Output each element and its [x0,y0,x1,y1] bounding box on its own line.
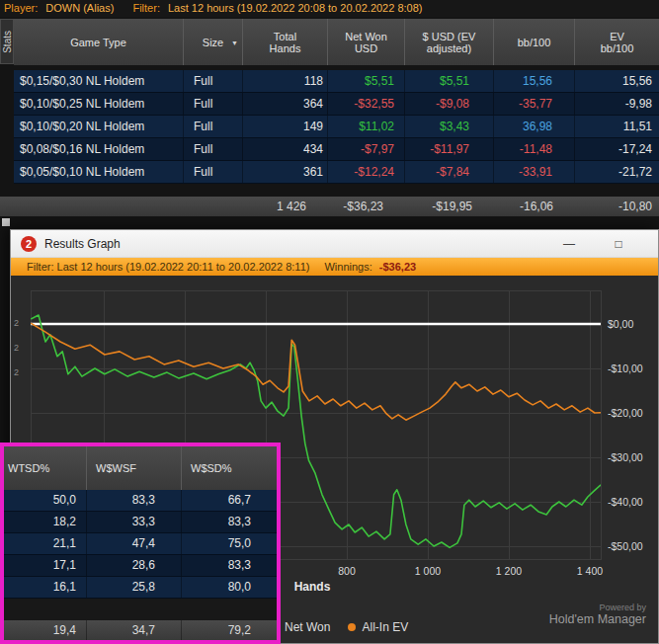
cell-total-hands: 361 [243,161,328,183]
totals-wwsf: 34,7 [87,620,182,640]
cell-wwsf: 33,3 [87,512,182,532]
cell-wtsd: 17,1 [4,555,87,576]
axis-fragment: 2 [14,318,19,328]
highlight-annotation-box: WTSD% W$WSF W$SD% 50,0 83,3 66,7 18,2 33… [0,443,281,644]
maximize-button[interactable]: □ [602,234,635,254]
allin-ev-legend-dot-icon [348,623,356,631]
svg-text:-$10,00: -$10,00 [608,362,643,374]
cell-net-won: -$7,97 [328,138,405,160]
cell-usd-ev: -$11,97 [405,138,494,160]
cell-wwsf: 83,3 [87,490,182,511]
column-header-total-hands[interactable]: Total Hands [243,19,328,65]
highlight-row[interactable]: 50,0 83,3 66,7 [4,490,277,512]
highlight-row[interactable]: 17,1 28,6 83,3 [4,555,277,577]
highlight-row[interactable]: 21,1 47,4 75,0 [4,533,277,555]
graph-filter-label: Filter: [27,261,54,273]
column-header-wtsd[interactable]: WTSD% [4,446,87,490]
totals-ev-bb100: -10,80 [575,197,659,216]
column-header-wwsf[interactable]: W$WSF [87,446,182,490]
svg-text:1 400: 1 400 [577,565,603,577]
totals-bb100: -16,06 [494,197,575,216]
column-header-ev-bb100[interactable]: EV bb/100 [575,19,659,65]
svg-text:-$50,00: -$50,00 [608,540,643,552]
highlight-totals-row: 19,4 34,7 79,2 [4,620,277,640]
cell-size: Full [184,161,243,183]
svg-text:-$20,00: -$20,00 [608,407,643,419]
cell-total-hands: 364 [243,93,328,115]
cell-wsd: 83,3 [182,512,277,532]
cell-bb100: 36,98 [494,116,575,137]
cell-bb100: -33,91 [494,161,575,183]
cell-ev-bb100: 11,51 [575,116,659,137]
column-header-bb100[interactable]: bb/100 [494,19,575,65]
window-titlebar[interactable]: 2 Results Graph — □ [11,230,658,258]
graph-filter-value: Last 12 hours (19.02.2022 20:11 to 20.02… [57,261,310,273]
totals-wtsd: 19,4 [4,620,87,640]
filter-label: Filter: [132,2,160,14]
scrollbar-thumb[interactable] [2,218,10,226]
cell-usd-ev: $3,43 [405,116,494,137]
column-header-size-label: Size [203,37,223,48]
stats-tab-label: Stats [2,31,13,53]
report-row[interactable]: $0,15/$0,30 NL Holdem Full 118 $5,51 $5,… [14,70,659,93]
cell-wtsd: 21,1 [4,533,87,554]
powered-by-block: Powered by Hold'em Manager [549,603,646,626]
column-header-wsd[interactable]: W$SD% [182,446,277,490]
column-header-usd-ev[interactable]: $ USD (EV adjusted) [405,19,494,65]
cell-wtsd: 16,1 [4,577,87,598]
highlight-table-gap [4,599,277,620]
axis-fragment: 2 [14,367,19,377]
legend-label: Net Won [285,620,330,634]
cell-usd-ev: -$7,84 [405,161,494,183]
report-row[interactable]: $0,08/$0,16 NL Holdem Full 434 -$7,97 -$… [14,138,659,161]
cell-game-type: $0,15/$0,30 NL Holdem [14,70,184,92]
stats-tab[interactable]: Stats [0,19,14,64]
highlight-row[interactable]: 16,1 25,8 80,0 [4,577,277,599]
cell-wsd: 80,0 [182,577,277,598]
report-table-body: $0,15/$0,30 NL Holdem Full 118 $5,51 $5,… [14,70,659,184]
cell-total-hands: 118 [243,70,328,92]
cell-size: Full [184,70,243,92]
cell-bb100: -35,77 [494,93,575,115]
hm2-logo-icon: 2 [21,236,37,252]
cell-total-hands: 149 [243,116,328,137]
cell-ev-bb100: -21,72 [575,161,659,183]
cell-size: Full [184,93,243,115]
cell-total-hands: 434 [243,138,328,160]
player-value[interactable]: DOWN (Alias) [45,2,114,14]
cell-game-type: $0,08/$0,16 NL Holdem [14,138,184,160]
report-row[interactable]: $0,10/$0,25 NL Holdem Full 364 -$32,55 -… [14,93,659,116]
cell-wsd: 83,3 [182,555,277,576]
column-header-net-won[interactable]: Net Won USD [328,19,405,65]
column-header-size[interactable]: Size ▼ [184,19,243,65]
cell-net-won: -$12,24 [328,161,405,183]
filter-value[interactable]: Last 12 hours (19.02.2022 20:08 to 20.02… [168,2,422,14]
report-row[interactable]: $0,05/$0,10 NL Holdem Full 361 -$12,24 -… [14,161,659,184]
cell-game-type: $0,10/$0,25 NL Holdem [14,93,184,115]
minimize-button[interactable]: — [552,234,586,254]
powered-by-text: Powered by [549,603,646,612]
cell-size: Full [184,138,243,160]
cell-wtsd: 18,2 [4,512,87,532]
cell-wtsd: 50,0 [4,490,87,511]
svg-text:-$40,00: -$40,00 [608,496,643,508]
main-status-bar: Player: DOWN (Alias) Filter: Last 12 hou… [0,0,659,17]
player-label: Player: [4,2,38,14]
window-title: Results Graph [44,237,121,251]
cell-usd-ev: -$9,08 [405,93,494,115]
totals-spacer [0,197,243,216]
highlight-row[interactable]: 18,2 33,3 83,3 [4,512,277,533]
svg-text:800: 800 [338,565,356,577]
size-filter-dropdown-icon[interactable]: ▼ [231,39,238,45]
report-totals-row: 1 426 -$36,23 -$19,95 -16,06 -10,80 [0,197,659,216]
brand-text: Hold'em Manager [549,612,646,626]
cell-bb100: 15,56 [494,70,575,92]
column-header-game-type[interactable]: Game Type [14,19,184,65]
totals-wsd: 79,2 [182,620,277,640]
cell-wwsf: 25,8 [87,577,182,598]
winnings-value: -$36,23 [379,261,416,273]
report-row[interactable]: $0,10/$0,20 NL Holdem Full 149 $11,02 $3… [14,116,659,138]
cell-ev-bb100: -9,98 [575,93,659,115]
svg-text:1 000: 1 000 [415,565,441,577]
cell-size: Full [184,116,243,137]
